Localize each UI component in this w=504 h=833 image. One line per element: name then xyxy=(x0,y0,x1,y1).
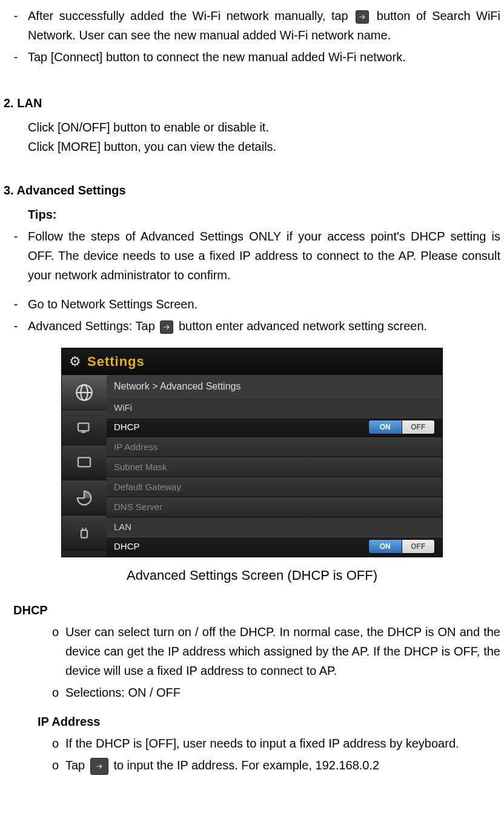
bullet-item: - Follow the steps of Advanced Settings … xyxy=(4,227,500,285)
toggle-off: OFF xyxy=(402,420,435,434)
row-ip-address[interactable]: IP Address xyxy=(107,437,442,457)
bullet-text: Follow the steps of Advanced Settings ON… xyxy=(28,227,500,285)
svg-rect-5 xyxy=(81,530,87,538)
bullet-text: Go to Network Settings Screen. xyxy=(28,294,500,314)
text: button enter advanced network setting sc… xyxy=(179,319,427,333)
row-wifi-dhcp: DHCP ON OFF xyxy=(107,417,442,437)
bullet-item: - Tap [Connect] button to connect the ne… xyxy=(4,47,500,67)
tips-label: Tips: xyxy=(28,205,500,224)
text: Click [MORE] button, you can view the de… xyxy=(28,137,500,156)
o-marker: o xyxy=(52,734,65,753)
arrow-right-icon[interactable] xyxy=(356,10,369,24)
svg-rect-4 xyxy=(78,457,90,466)
row-label: Subnet Mask xyxy=(114,460,167,474)
lan-dhcp-toggle[interactable]: ON OFF xyxy=(368,539,435,554)
bullet-marker: - xyxy=(4,316,28,336)
sidebar-item-network[interactable] xyxy=(62,375,107,410)
arrow-right-icon[interactable] xyxy=(160,320,173,334)
row-dns-server[interactable]: DNS Server xyxy=(107,497,442,517)
row-label: DHCP xyxy=(114,539,140,554)
bullet-marker: - xyxy=(4,227,28,285)
o-marker: o xyxy=(52,622,65,680)
bullet-marker: - xyxy=(4,6,28,45)
text: If the DHCP is [OFF], user needs to inpu… xyxy=(65,734,500,753)
text: Tap to input the IP address. For example… xyxy=(65,755,500,775)
svg-rect-3 xyxy=(78,423,89,431)
bullet-marker: - xyxy=(4,47,28,67)
bullet-item: - After successfully added the Wi-Fi net… xyxy=(4,6,500,45)
section-heading-lan: 2. LAN xyxy=(4,93,500,113)
row-default-gateway[interactable]: Default Gateway xyxy=(107,477,442,497)
wifi-section-label: WiFi xyxy=(107,398,442,417)
bullet-marker: - xyxy=(4,294,28,314)
bullet-text: Advanced Settings: Tap button enter adva… xyxy=(28,316,500,336)
lan-section-label: LAN xyxy=(107,517,442,537)
toggle-on: ON xyxy=(369,540,402,553)
window-title: Settings xyxy=(87,351,145,372)
sidebar-item-chart[interactable] xyxy=(62,480,107,516)
list-item: o If the DHCP is [OFF], user needs to in… xyxy=(52,734,500,753)
breadcrumb: Network > Advanced Settings xyxy=(107,375,442,398)
dhcp-heading: DHCP xyxy=(13,600,500,620)
bullet-item: - Advanced Settings: Tap button enter ad… xyxy=(4,316,500,336)
row-label: Default Gateway xyxy=(114,480,181,494)
text: After successfully added the Wi-Fi netwo… xyxy=(28,9,348,22)
sidebar-item-display[interactable] xyxy=(62,445,107,480)
toggle-off: OFF xyxy=(402,540,435,553)
bullet-text: After successfully added the Wi-Fi netwo… xyxy=(28,6,500,45)
text: User can select turn on / off the DHCP. … xyxy=(65,622,500,680)
bullet-text: Tap [Connect] button to connect the new … xyxy=(28,47,500,67)
sidebar xyxy=(62,375,107,557)
list-item: o Selections: ON / OFF xyxy=(52,683,500,702)
row-subnet-mask[interactable]: Subnet Mask xyxy=(107,457,442,477)
toggle-on: ON xyxy=(369,420,402,434)
sidebar-item-video[interactable] xyxy=(62,410,107,445)
row-label: DNS Server xyxy=(114,500,162,514)
arrow-right-icon[interactable] xyxy=(90,758,108,775)
titlebar: ⚙ Settings xyxy=(62,348,442,375)
list-item: o User can select turn on / off the DHCP… xyxy=(52,622,500,680)
section-heading-advanced: 3. Advanced Settings xyxy=(4,181,500,200)
text: Click [ON/OFF] button to enable or disab… xyxy=(28,118,500,137)
screenshot-caption: Advanced Settings Screen (DHCP is OFF) xyxy=(4,565,500,586)
wifi-dhcp-toggle[interactable]: ON OFF xyxy=(368,420,435,434)
row-lan-dhcp: DHCP ON OFF xyxy=(107,537,442,557)
bullet-item: - Go to Network Settings Screen. xyxy=(4,294,500,314)
advanced-settings-screenshot: ⚙ Settings Network > Advanced Settings W… xyxy=(61,348,443,557)
o-marker: o xyxy=(52,683,65,702)
ip-address-heading: IP Address xyxy=(38,712,500,731)
gear-icon: ⚙ xyxy=(69,351,81,372)
text: Selections: ON / OFF xyxy=(65,683,500,702)
row-label: IP Address xyxy=(114,440,158,454)
list-item: o Tap to input the IP address. For examp… xyxy=(52,755,500,775)
sidebar-item-power[interactable] xyxy=(62,516,107,551)
o-marker: o xyxy=(52,755,65,775)
row-label: DHCP xyxy=(114,420,140,434)
text: Advanced Settings: Tap xyxy=(28,319,155,333)
